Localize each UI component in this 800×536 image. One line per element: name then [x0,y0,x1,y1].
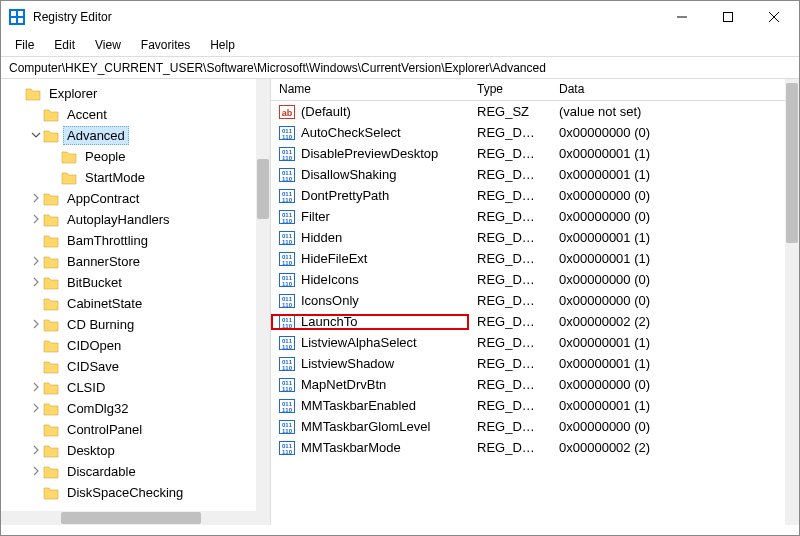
value-name-cell: 011110Filter [271,209,469,225]
expand-icon[interactable] [29,130,43,142]
list-row[interactable]: 011110DisallowShakingREG_DW...0x00000001… [271,164,799,185]
tree-item-label: AppContract [63,189,143,208]
window-title: Registry Editor [33,10,659,24]
value-data-cell: 0x00000001 (1) [551,230,799,245]
list-row[interactable]: 011110DisablePreviewDesktopREG_DW...0x00… [271,143,799,164]
value-name-cell: 011110DontPrettyPath [271,188,469,204]
expand-icon[interactable] [29,466,43,478]
list-row[interactable]: 011110AutoCheckSelectREG_DW...0x00000000… [271,122,799,143]
dword-value-icon: 011110 [279,440,295,456]
expand-icon[interactable] [29,319,43,331]
minimize-button[interactable] [659,1,705,33]
tree-item[interactable]: Discardable [3,461,268,482]
menu-favorites[interactable]: Favorites [133,36,198,54]
close-button[interactable] [751,1,797,33]
folder-icon [43,129,59,143]
list-row[interactable]: 011110LaunchToREG_DW...0x00000002 (2) [271,311,799,332]
list-row[interactable]: 011110HideFileExtREG_DW...0x00000001 (1) [271,248,799,269]
tree-item-label: BannerStore [63,252,144,271]
folder-icon [43,402,59,416]
value-data-cell: (value not set) [551,104,799,119]
tree-item[interactable]: Advanced [3,125,268,146]
list-row[interactable]: 011110ListviewAlphaSelectREG_DW...0x0000… [271,332,799,353]
tree-item[interactable]: Accent [3,104,268,125]
tree-item[interactable]: ControlPanel [3,419,268,440]
list-row[interactable]: 011110MapNetDrvBtnREG_DW...0x00000000 (0… [271,374,799,395]
tree-item[interactable]: Explorer [3,83,268,104]
address-bar[interactable]: Computer\HKEY_CURRENT_USER\Software\Micr… [1,57,799,79]
column-header-type[interactable]: Type [469,79,551,100]
value-type-cell: REG_DW... [469,209,551,224]
expand-icon[interactable] [29,403,43,415]
maximize-button[interactable] [705,1,751,33]
list-row[interactable]: 011110MMTaskbarModeREG_DW...0x00000002 (… [271,437,799,458]
tree-item-label: Advanced [63,126,129,145]
tree-item[interactable]: CIDOpen [3,335,268,356]
tree-item[interactable]: BitBucket [3,272,268,293]
folder-icon [43,360,59,374]
tree-item-label: Explorer [45,84,101,103]
expand-icon[interactable] [29,382,43,394]
menu-edit[interactable]: Edit [46,36,83,54]
list-row[interactable]: 011110DontPrettyPathREG_DW...0x00000000 … [271,185,799,206]
list-row[interactable]: 011110ListviewShadowREG_DW...0x00000001 … [271,353,799,374]
svg-text:110: 110 [282,323,293,329]
svg-text:110: 110 [282,344,293,350]
expand-icon[interactable] [29,193,43,205]
svg-text:110: 110 [282,239,293,245]
value-type-cell: REG_DW... [469,230,551,245]
list-row[interactable]: 011110MMTaskbarGlomLevelREG_DW...0x00000… [271,416,799,437]
column-header-data[interactable]: Data [551,79,799,100]
tree-item[interactable]: CabinetState [3,293,268,314]
menu-help[interactable]: Help [202,36,243,54]
dword-value-icon: 011110 [279,335,295,351]
tree-item[interactable]: CD Burning [3,314,268,335]
value-data-cell: 0x00000001 (1) [551,398,799,413]
column-header-name[interactable]: Name [271,79,469,100]
tree-item[interactable]: CLSID [3,377,268,398]
expand-icon[interactable] [29,445,43,457]
svg-rect-1 [11,11,16,16]
value-name-cell: 011110DisallowShaking [271,167,469,183]
tree-item[interactable]: People [3,146,268,167]
tree-item[interactable]: StartMode [3,167,268,188]
value-name-cell: 011110LaunchTo [271,314,469,330]
folder-icon [43,339,59,353]
tree-item[interactable]: DiskSpaceChecking [3,482,268,503]
expand-icon[interactable] [29,256,43,268]
tree-item[interactable]: CIDSave [3,356,268,377]
list-row[interactable]: 011110HideIconsREG_DW...0x00000000 (0) [271,269,799,290]
list-scrollbar-vertical[interactable] [785,79,799,525]
tree-scrollbar-vertical[interactable] [256,79,270,525]
tree-item[interactable]: AppContract [3,188,268,209]
tree-item-label: CIDOpen [63,336,125,355]
folder-icon [43,423,59,437]
tree-scrollbar-horizontal[interactable] [1,511,270,525]
list-header: Name Type Data [271,79,799,101]
list-row[interactable]: 011110FilterREG_DW...0x00000000 (0) [271,206,799,227]
value-name-cell: 011110AutoCheckSelect [271,125,469,141]
menu-view[interactable]: View [87,36,129,54]
value-data-cell: 0x00000001 (1) [551,167,799,182]
dword-value-icon: 011110 [279,398,295,414]
tree-item[interactable]: ComDlg32 [3,398,268,419]
value-data-cell: 0x00000000 (0) [551,272,799,287]
menu-file[interactable]: File [7,36,42,54]
content: ExplorerAccentAdvancedPeopleStartModeApp… [1,79,799,525]
tree-item[interactable]: AutoplayHandlers [3,209,268,230]
value-data-cell: 0x00000000 (0) [551,125,799,140]
tree-item-label: BamThrottling [63,231,152,250]
tree-item[interactable]: BamThrottling [3,230,268,251]
tree-item[interactable]: BannerStore [3,251,268,272]
tree-item[interactable]: Desktop [3,440,268,461]
list-row[interactable]: ab(Default)REG_SZ(value not set) [271,101,799,122]
expand-icon[interactable] [29,214,43,226]
value-name-cell: ab(Default) [271,104,469,120]
list-row[interactable]: 011110HiddenREG_DW...0x00000001 (1) [271,227,799,248]
list-row[interactable]: 011110MMTaskbarEnabledREG_DW...0x0000000… [271,395,799,416]
expand-icon[interactable] [29,277,43,289]
values-pane: Name Type Data ab(Default)REG_SZ(value n… [271,79,799,525]
list-row[interactable]: 011110IconsOnlyREG_DW...0x00000000 (0) [271,290,799,311]
tree-item-label: StartMode [81,168,149,187]
svg-text:110: 110 [282,134,293,140]
